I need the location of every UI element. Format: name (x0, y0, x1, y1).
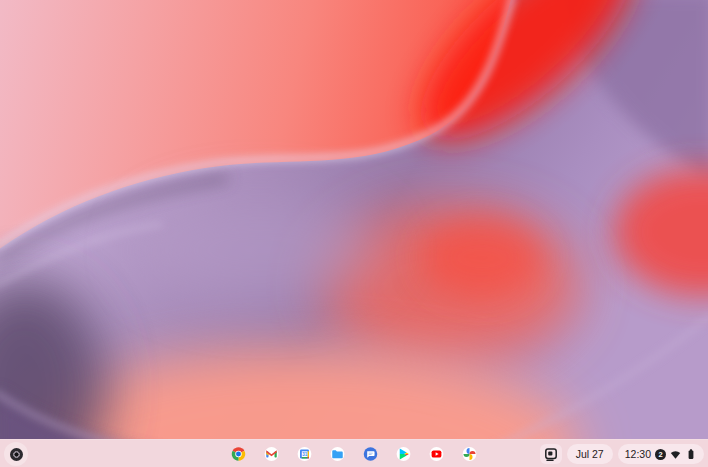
shelf-app-play-store[interactable] (395, 445, 413, 463)
screen-capture-icon (544, 447, 558, 461)
battery-icon (685, 448, 697, 460)
google-calendar-icon: 31 (296, 445, 314, 463)
date-label: Jul 27 (576, 448, 604, 460)
desktop[interactable] (0, 0, 708, 467)
shelf-app-photos[interactable] (461, 445, 479, 463)
status-tray: Jul 27 12:30 2 (540, 444, 704, 464)
shelf-app-youtube[interactable] (428, 445, 446, 463)
gmail-icon (263, 445, 281, 463)
messages-icon (362, 445, 380, 463)
launcher-button[interactable] (4, 442, 28, 466)
calendar-date-button[interactable]: Jul 27 (567, 444, 613, 464)
shelf-app-files[interactable] (329, 445, 347, 463)
google-photos-icon (461, 445, 479, 463)
wallpaper-image (0, 0, 708, 467)
play-store-icon (395, 445, 413, 463)
calendar-day-number: 31 (302, 452, 308, 457)
wifi-icon (670, 449, 681, 460)
time-label: 12:30 (625, 448, 651, 460)
notification-count-badge: 2 (655, 449, 666, 460)
shelf-app-gmail[interactable] (263, 445, 281, 463)
shelf-app-calendar[interactable]: 31 (296, 445, 314, 463)
launcher-circle-icon (10, 448, 23, 461)
shelf-app-chrome[interactable] (230, 445, 248, 463)
screen-capture-button[interactable] (540, 444, 562, 464)
files-icon (329, 445, 347, 463)
shelf: 31 (0, 439, 708, 467)
shelf-app-messages[interactable] (362, 445, 380, 463)
shelf-apps: 31 (230, 440, 479, 467)
youtube-icon (428, 445, 446, 463)
chrome-icon (230, 445, 248, 463)
quick-settings-button[interactable]: 12:30 2 (618, 444, 704, 464)
